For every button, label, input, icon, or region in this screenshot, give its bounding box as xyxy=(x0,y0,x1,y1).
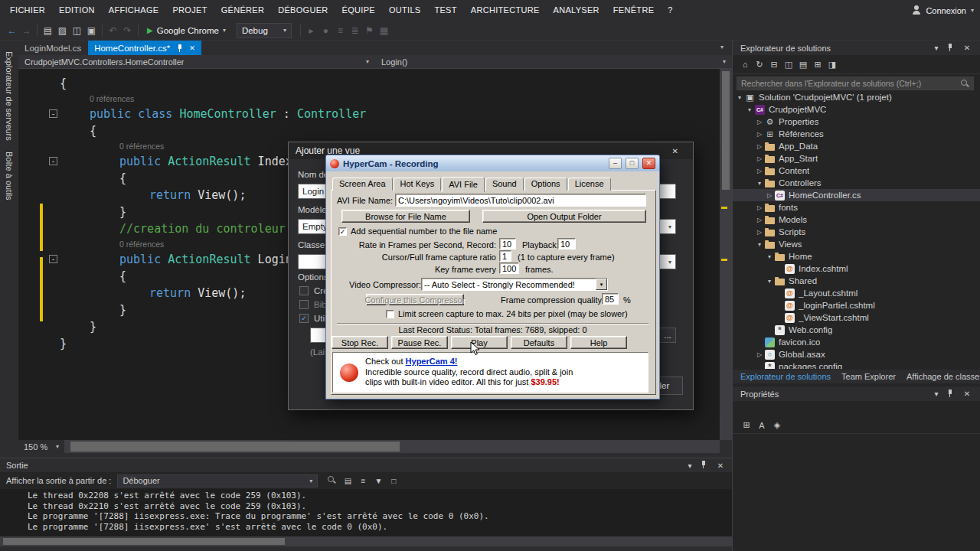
tree-item-global-asax[interactable]: ▷○Global.asax xyxy=(733,348,980,360)
breakpoint-icon[interactable]: ● xyxy=(318,22,333,38)
tree-collapsed-icon[interactable]: ▷ xyxy=(755,204,764,211)
save-icon[interactable]: ◫ xyxy=(70,22,84,38)
tool-window-tab-explorateur-de-serveurs[interactable]: Explorateur de serveurs xyxy=(5,51,14,141)
scrollbar-thumb[interactable] xyxy=(70,442,400,452)
cursor-ratio-input[interactable]: 1 xyxy=(499,250,511,262)
output-horizontal-scrollbar[interactable] xyxy=(0,536,732,546)
tree-item-homecontroller-cs[interactable]: ▷C#HomeController.cs xyxy=(733,189,980,201)
hypercam-button-pause-rec[interactable]: Pause Rec. xyxy=(391,336,448,349)
quality-input[interactable]: 85 xyxy=(602,293,619,305)
pin-icon[interactable] xyxy=(946,43,957,54)
tree-item-layout-cshtml[interactable]: @_Layout.cshtml xyxy=(733,287,980,299)
key-frame-input[interactable]: 100 xyxy=(499,262,519,274)
menu-d-boguer[interactable]: DÉBOGUER xyxy=(271,0,335,21)
window-position-icon[interactable]: ▾ xyxy=(931,43,942,54)
menu-fichier[interactable]: FICHIER xyxy=(3,0,52,21)
configure-compressor-button[interactable]: Configure this Compressor xyxy=(366,294,464,305)
tree-item-app-data[interactable]: ▷App_Data xyxy=(733,140,980,152)
tree-expanded-icon[interactable]: ▾ xyxy=(765,278,774,285)
tree-collapsed-icon[interactable]: ▷ xyxy=(755,217,764,223)
playback-rate-input[interactable]: 10 xyxy=(557,238,576,249)
tree-collapsed-icon[interactable]: ▷ xyxy=(765,192,774,199)
tree-expanded-icon[interactable]: ▾ xyxy=(755,241,764,248)
tree-item-packages-config[interactable]: *packages.config xyxy=(733,360,980,369)
sync-with-active-document-icon[interactable]: ↻ xyxy=(753,57,766,71)
hypercam-button-stop-rec[interactable]: Stop Rec. xyxy=(332,336,388,349)
close-icon[interactable]: ✕ xyxy=(189,44,195,52)
tree-item-index-cshtml[interactable]: @Index.cshtml xyxy=(733,262,980,275)
menu-item[interactable]: ? xyxy=(661,0,679,21)
member-dropdown[interactable]: Login() ▾ xyxy=(375,55,732,68)
property-pages-icon[interactable]: ◈ xyxy=(771,419,783,432)
tab-homecontroller-cs[interactable]: HomeController.cs*✕ xyxy=(88,41,201,55)
connexion-button[interactable]: Connexion ▾ xyxy=(912,0,974,21)
tool-tab-team-explorer[interactable]: Team Explorer xyxy=(841,372,896,381)
tool-tab-affichage-de-classes[interactable]: Affichage de classes xyxy=(906,372,980,381)
tree-item-app-start[interactable]: ▷App_Start xyxy=(733,152,980,165)
fold-collapse-icon[interactable]: - xyxy=(49,109,57,118)
tree-collapsed-icon[interactable]: ▷ xyxy=(755,229,764,236)
refresh-icon[interactable]: ⊞ xyxy=(812,57,824,71)
close-icon[interactable]: ✕ xyxy=(962,389,972,399)
close-icon[interactable]: ✕ xyxy=(642,158,655,169)
fold-collapse-icon[interactable]: - xyxy=(49,255,57,263)
clear-all-icon[interactable]: ▤ xyxy=(342,475,353,486)
properties-window-icon[interactable]: ◫ xyxy=(782,57,795,71)
tree-expanded-icon[interactable]: ▾ xyxy=(755,180,764,187)
categorized-icon[interactable]: ⊞ xyxy=(740,419,753,432)
hypercam-button-defaults[interactable]: Defaults xyxy=(511,336,567,349)
zoom-dropdown[interactable]: 150 % ▾ xyxy=(18,442,64,452)
find-icon[interactable] xyxy=(327,475,338,486)
bookmark-icon[interactable]: ⚑ xyxy=(362,22,377,38)
tree-item-fonts[interactable]: ▷fonts xyxy=(733,201,980,214)
show-all-files-icon[interactable]: ▤ xyxy=(797,57,809,71)
tree-collapsed-icon[interactable]: ▷ xyxy=(755,168,764,174)
hypercam-tab-avi-file[interactable]: AVI File xyxy=(442,177,485,192)
tree-item-r-f-rences[interactable]: ▷⊞Références xyxy=(733,128,980,140)
tree-item-controllers[interactable]: ▾Controllers xyxy=(733,177,980,189)
menu-quipe[interactable]: ÉQUIPE xyxy=(335,0,382,21)
pin-icon[interactable] xyxy=(176,44,184,53)
home-icon[interactable]: ⌂ xyxy=(739,57,751,71)
preview-icon[interactable]: ◨ xyxy=(826,57,838,71)
output-text[interactable]: Le thread 0x2208 s'est arrêté avec le co… xyxy=(0,489,732,532)
pin-icon[interactable] xyxy=(946,389,957,399)
tree-item-loginpartiel-cshtml[interactable]: @_loginPartiel.cshtml xyxy=(733,299,980,311)
configuration-dropdown[interactable]: Debug ▾ xyxy=(237,23,292,38)
tree-item-scripts[interactable]: ▷Scripts xyxy=(733,226,980,238)
close-icon[interactable]: ✕ xyxy=(962,43,972,54)
minimize-icon[interactable]: – xyxy=(609,158,622,169)
record-rate-input[interactable]: 10 xyxy=(499,238,516,249)
tree-item-content[interactable]: ▷Content xyxy=(733,165,980,177)
comment-icon[interactable]: ≡ xyxy=(333,22,348,38)
tree-item-viewstart-cshtml[interactable]: @_ViewStart.cshtml xyxy=(733,311,980,324)
pin-icon[interactable] xyxy=(700,460,710,471)
start-debug-button[interactable]: ▶ Google Chrome ▾ xyxy=(142,22,231,39)
menu-affichage[interactable]: AFFICHAGE xyxy=(102,0,166,21)
hypercam-button-play[interactable]: Play xyxy=(451,336,508,349)
open-file-icon[interactable]: ▨ xyxy=(55,22,70,38)
scrollbar-thumb[interactable] xyxy=(3,538,285,545)
sequential-number-checkbox[interactable]: ✓ Add sequential number to the file name xyxy=(338,227,497,236)
search-icon[interactable] xyxy=(960,79,969,88)
tree-expanded-icon[interactable]: ▾ xyxy=(765,253,774,260)
tree-expanded-icon[interactable]: ▾ xyxy=(745,106,754,113)
hypercam-button-help[interactable]: Help xyxy=(570,336,627,349)
tree-item-favicon-ico[interactable]: favicon.ico xyxy=(733,336,980,348)
tool-window-tab-bo-te-outils[interactable]: Boîte à outils xyxy=(5,152,14,201)
chevron-down-icon[interactable]: ▾ xyxy=(596,279,607,290)
hypercam-tab-hot-keys[interactable]: Hot Keys xyxy=(394,178,442,191)
tab-loginmodel-cs[interactable]: LoginModel.cs xyxy=(18,41,87,55)
video-compressor-dropdown[interactable]: -- Auto Select - Strongly Recommended! ▾ xyxy=(421,278,608,291)
close-icon[interactable]: ✕ xyxy=(715,460,726,471)
window-position-icon[interactable]: ▾ xyxy=(684,460,695,471)
tree-item-models[interactable]: ▷Models xyxy=(733,214,980,226)
new-file-icon[interactable]: ▤ xyxy=(41,22,55,38)
uncomment-icon[interactable]: ≣ xyxy=(348,22,362,38)
menu-outils[interactable]: OUTILS xyxy=(382,0,428,21)
tree-item-solution-crudpojetmvc-1-projet[interactable]: ▾▣Solution 'CrudpojetMVC' (1 projet) xyxy=(733,91,980,103)
editor-vertical-scrollbar[interactable] xyxy=(720,69,732,440)
limit-bits-checkbox[interactable]: Limit screen capture to max. 24 bits per… xyxy=(386,309,628,318)
tool-tab-explorateur-de-solutions[interactable]: Explorateur de solutions xyxy=(740,372,831,381)
navigate-back-icon[interactable]: ← xyxy=(5,22,19,38)
